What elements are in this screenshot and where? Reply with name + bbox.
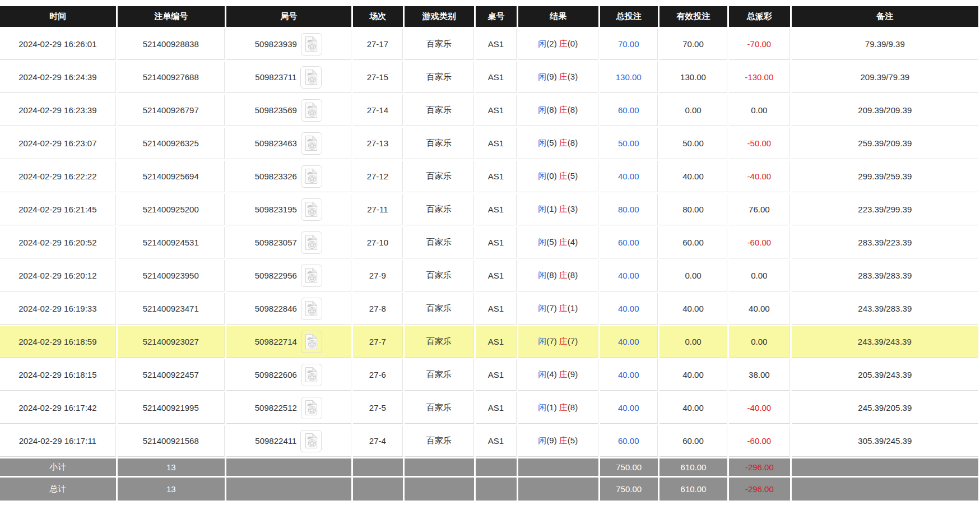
table-row[interactable]: 2024-02-29 16:19:33521400923471509822846… — [0, 293, 978, 325]
summary-empty-cell — [353, 478, 403, 501]
result-player-score: (8) — [546, 105, 559, 114]
header-row: 时间注单编号局号场次游戏类别桌号结果总投注有效投注总派彩备注 — [0, 6, 978, 27]
result-player-score: (5) — [546, 138, 559, 147]
round-no-value: 509823569 — [255, 105, 297, 115]
cell-round-no: 509823711 — [226, 62, 351, 93]
result-player-label: 闲 — [538, 171, 546, 180]
video-file-icon — [304, 300, 318, 317]
cell-payout: -50.00 — [729, 128, 789, 159]
round-video-button[interactable] — [301, 231, 322, 254]
table-row[interactable]: 2024-02-29 16:17:11521400921568509822411… — [0, 425, 978, 457]
cell-result: 闲(1) 庄(8) — [518, 392, 598, 424]
summary-payout: -296.00 — [729, 478, 789, 501]
table-row[interactable]: 2024-02-29 16:21:45521400925200509823195… — [0, 194, 978, 225]
cell-round-no: 509822956 — [226, 260, 351, 291]
table-row[interactable]: 2024-02-29 16:26:01521400928838509823939… — [0, 29, 978, 60]
round-no-value: 509822846 — [255, 304, 297, 313]
cell-remark: 205.39/243.39 — [792, 359, 978, 391]
result-banker-label: 庄 — [559, 39, 568, 48]
table-row[interactable]: 2024-02-29 16:20:12521400923950509822956… — [0, 260, 978, 291]
result-banker-label: 庄 — [559, 72, 568, 81]
round-video-button[interactable] — [300, 430, 322, 452]
table-row[interactable]: 2024-02-29 16:17:42521400921995509822512… — [0, 392, 978, 424]
result-player-score: (1) — [546, 204, 559, 214]
summary-total-bet: 750.00 — [600, 478, 658, 501]
table-row[interactable]: 2024-02-29 16:23:07521400926325509823463… — [0, 128, 978, 159]
column-header-remark: 备注 — [792, 6, 978, 27]
cell-table-no: AS1 — [476, 326, 517, 358]
cell-payout: -40.00 — [729, 392, 789, 424]
table-row[interactable]: 2024-02-29 16:18:15521400922457509822606… — [0, 359, 978, 391]
cell-table-no: AS1 — [476, 425, 517, 457]
cell-session: 27-13 — [353, 128, 403, 159]
round-video-button[interactable] — [301, 198, 322, 221]
result-banker-label: 庄 — [559, 336, 568, 346]
cell-game-type: 百家乐 — [405, 392, 474, 424]
cell-game-type: 百家乐 — [405, 62, 474, 93]
cell-valid-bet: 0.00 — [659, 326, 727, 358]
cell-bet-no: 521400921568 — [118, 425, 225, 457]
summary-valid-bet: 610.00 — [659, 458, 727, 476]
cell-result: 闲(2) 庄(0) — [518, 29, 598, 60]
cell-payout: 38.00 — [729, 359, 789, 391]
round-video-button[interactable] — [301, 331, 322, 353]
result-banker-label: 庄 — [559, 237, 568, 247]
cell-valid-bet: 40.00 — [659, 293, 727, 325]
result-banker-score: (9) — [568, 369, 578, 379]
summary-empty-cell — [518, 478, 598, 501]
round-video-button[interactable] — [301, 165, 322, 188]
cell-session: 27-9 — [353, 260, 403, 291]
round-video-button[interactable] — [301, 298, 322, 320]
result-player-label: 闲 — [538, 72, 546, 81]
column-header-result: 结果 — [518, 6, 598, 27]
cell-round-no: 509823057 — [226, 227, 351, 258]
round-video-button[interactable] — [301, 397, 322, 419]
summary-empty-cell — [518, 458, 598, 476]
table-row[interactable]: 2024-02-29 16:20:52521400924531509823057… — [0, 227, 978, 258]
table-row[interactable]: 2024-02-29 16:22:22521400925694509823326… — [0, 161, 978, 192]
cell-table-no: AS1 — [476, 29, 517, 60]
cell-remark: 79.39/9.39 — [792, 29, 978, 60]
table-row[interactable]: 2024-02-29 16:24:39521400927688509823711… — [0, 62, 978, 93]
cell-game-type: 百家乐 — [405, 359, 474, 391]
video-file-icon — [304, 367, 318, 383]
cell-round-no: 509822411 — [226, 425, 351, 457]
cell-session: 27-10 — [353, 227, 403, 258]
round-video-button[interactable] — [301, 132, 322, 155]
summary-empty-cell — [405, 458, 474, 476]
cell-bet-no: 521400923471 — [118, 293, 225, 325]
table-row[interactable]: 2024-02-29 16:18:59521400923027509822714… — [0, 326, 978, 358]
round-video-button[interactable] — [301, 265, 322, 287]
result-banker-score: (8) — [568, 402, 578, 412]
round-video-button[interactable] — [301, 364, 322, 386]
cell-total-bet: 60.00 — [600, 227, 658, 258]
cell-time: 2024-02-29 16:22:22 — [0, 161, 116, 192]
result-banker-score: (5) — [568, 171, 578, 180]
cell-result: 闲(8) 庄(8) — [518, 95, 598, 126]
cell-remark: 299.39/259.39 — [792, 161, 978, 192]
subtotal-row: 小计13750.00610.00-296.00 — [0, 458, 978, 476]
cell-remark: 283.39/223.39 — [792, 227, 978, 258]
cell-round-no: 509823569 — [226, 95, 351, 126]
cell-round-no: 509822606 — [226, 359, 351, 391]
cell-bet-no: 521400926325 — [118, 128, 225, 159]
round-video-button[interactable] — [301, 99, 322, 122]
round-no-value: 509823195 — [255, 205, 297, 214]
round-video-button[interactable] — [300, 66, 322, 89]
result-player-label: 闲 — [538, 204, 546, 214]
summary-payout: -296.00 — [729, 458, 789, 476]
result-player-label: 闲 — [538, 270, 546, 280]
cell-remark: 259.39/209.39 — [792, 128, 978, 159]
cell-total-bet: 60.00 — [600, 425, 658, 457]
table-row[interactable]: 2024-02-29 16:23:39521400926797509823569… — [0, 95, 978, 126]
cell-valid-bet: 0.00 — [659, 95, 727, 126]
cell-remark: 209.39/79.39 — [792, 62, 978, 93]
result-player-score: (1) — [546, 402, 559, 412]
cell-round-no: 509823463 — [226, 128, 351, 159]
result-banker-label: 庄 — [559, 435, 568, 445]
result-player-label: 闲 — [538, 138, 546, 147]
cell-time: 2024-02-29 16:26:01 — [0, 29, 116, 60]
cell-payout: 76.00 — [729, 194, 789, 225]
result-player-label: 闲 — [538, 237, 546, 247]
round-video-button[interactable] — [301, 33, 322, 55]
